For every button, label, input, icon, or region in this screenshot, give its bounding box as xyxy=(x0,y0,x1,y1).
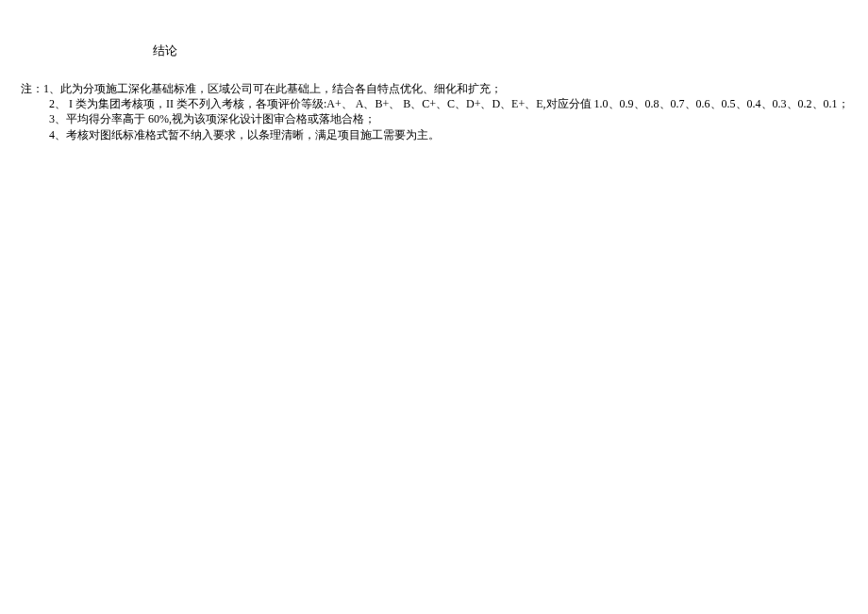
note-line-1: 注：1、此为分项施工深化基础标准，区域公司可在此基础上，结合各自特点优化、细化和… xyxy=(21,81,849,96)
note-item-3: 3、平均得分率高于 60%,视为该项深化设计图审合格或落地合格； xyxy=(49,112,376,125)
note-line-4: 4、考核对图纸标准格式暂不纳入要求，以条理清晰，满足项目施工需要为主。 xyxy=(21,127,849,142)
notes-section: 注：1、此为分项施工深化基础标准，区域公司可在此基础上，结合各自特点优化、细化和… xyxy=(21,81,849,142)
note-item-1: 1、此为分项施工深化基础标准，区域公司可在此基础上，结合各自特点优化、细化和扩充… xyxy=(43,82,502,95)
note-item-2: 2、 I 类为集团考核项，II 类不列入考核，各项评价等级:A+、 A、B+、 … xyxy=(49,97,849,110)
note-prefix: 注： xyxy=(21,82,43,95)
note-item-4: 4、考核对图纸标准格式暂不纳入要求，以条理清晰，满足项目施工需要为主。 xyxy=(49,128,440,141)
note-line-2: 2、 I 类为集团考核项，II 类不列入考核，各项评价等级:A+、 A、B+、 … xyxy=(21,96,849,111)
conclusion-title: 结论 xyxy=(153,42,177,59)
note-line-3: 3、平均得分率高于 60%,视为该项深化设计图审合格或落地合格； xyxy=(21,111,849,126)
